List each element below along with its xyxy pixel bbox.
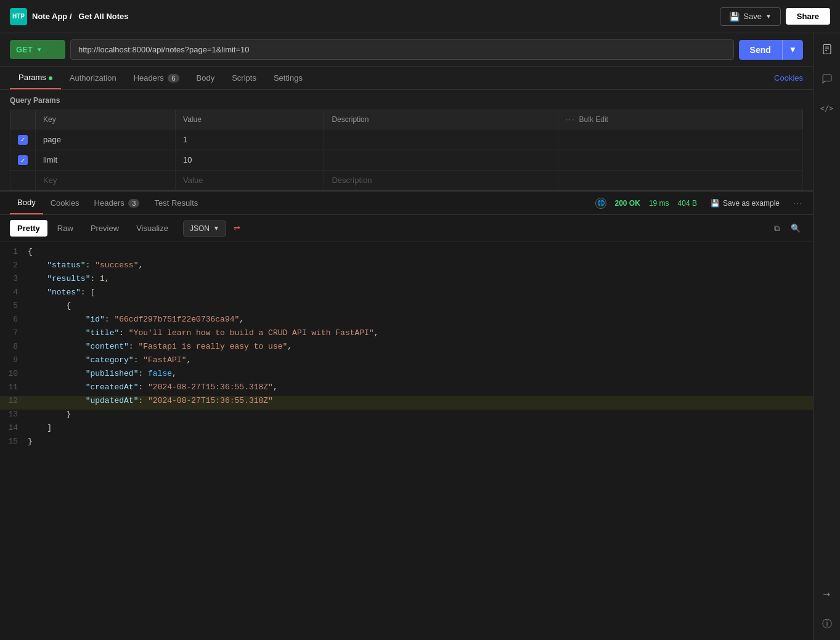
- send-btn-group: Send ▼: [739, 40, 803, 60]
- url-bar: GET ▼ Send ▼: [0, 33, 813, 67]
- request-tabs: Params Authorization Headers 6 Body Scri…: [0, 67, 813, 90]
- method-label: GET: [16, 45, 33, 54]
- fmt-tab-preview[interactable]: Preview: [83, 220, 126, 237]
- save-button[interactable]: 💾 Save ▼: [720, 7, 781, 26]
- row2-key[interactable]: limit: [36, 150, 176, 171]
- query-params-section: Query Params Key Value Description ··· B…: [0, 90, 813, 190]
- code-line: 15 }: [0, 437, 813, 450]
- response-tabs: Body Cookies Headers 3 Test Results 🌐 20…: [0, 192, 813, 215]
- format-tabs: Pretty Raw Preview Visualize JSON ▼ ⇌ ⧉ …: [0, 215, 813, 242]
- save-label: Save: [743, 12, 762, 21]
- main-content: GET ▼ Send ▼ Params Authorization Header…: [0, 33, 840, 640]
- svg-rect-0: [823, 45, 831, 54]
- placeholder-actions: [558, 171, 802, 190]
- bulk-dots-icon: ···: [566, 115, 576, 124]
- placeholder-key[interactable]: Key: [36, 171, 176, 190]
- row2-value[interactable]: 10: [176, 150, 324, 171]
- save-example-button[interactable]: 💾 Save as example: [706, 196, 785, 210]
- document-icon[interactable]: [817, 39, 837, 59]
- tab-scripts[interactable]: Scripts: [223, 67, 265, 89]
- breadcrumb-title: Get All Notes: [78, 12, 128, 21]
- top-bar-right: 💾 Save ▼ Share: [720, 7, 830, 26]
- fmt-tab-pretty[interactable]: Pretty: [10, 220, 47, 237]
- code-line: 3 "results": 1,: [0, 274, 813, 288]
- fmt-tab-visualize[interactable]: Visualize: [129, 220, 176, 237]
- cookies-link[interactable]: Cookies: [774, 73, 803, 83]
- row2-checkbox-cell: ✓: [10, 150, 36, 171]
- format-select[interactable]: JSON ▼: [183, 221, 226, 237]
- fmt-tab-raw[interactable]: Raw: [50, 220, 81, 237]
- code-line: 8 "content": "Fastapi is really easy to …: [0, 342, 813, 355]
- resp-headers-badge: 3: [128, 199, 139, 208]
- save-caret-icon: ▼: [765, 13, 772, 20]
- table-row-placeholder: Key Value Description: [10, 171, 803, 190]
- share-button[interactable]: Share: [786, 8, 830, 25]
- row1-key[interactable]: page: [36, 129, 176, 150]
- code-line: 1 {: [0, 247, 813, 261]
- fmt-actions: ⧉ 🔍: [772, 221, 803, 236]
- row2-checkbox[interactable]: ✓: [18, 155, 28, 165]
- code-line: 2 "status": "success",: [0, 261, 813, 274]
- tab-params[interactable]: Params: [10, 67, 61, 89]
- placeholder-value[interactable]: Value: [176, 171, 324, 190]
- globe-icon: 🌐: [595, 198, 606, 209]
- bulk-edit-label[interactable]: Bulk Edit: [579, 115, 608, 124]
- col-description: Description: [324, 110, 558, 129]
- headers-badge: 6: [168, 74, 179, 83]
- filter-icon[interactable]: ⇌: [234, 224, 240, 233]
- query-params-title: Query Params: [10, 96, 803, 105]
- row1-actions: [558, 129, 802, 150]
- method-select[interactable]: GET ▼: [10, 40, 65, 59]
- row2-actions: [558, 150, 802, 171]
- tab-settings[interactable]: Settings: [265, 67, 311, 89]
- tab-body[interactable]: Body: [188, 67, 224, 89]
- resp-more-button[interactable]: ···: [793, 199, 803, 208]
- app-icon: HTP: [10, 8, 27, 25]
- expand-icon[interactable]: ↗: [813, 580, 840, 608]
- save-icon: 💾: [729, 12, 740, 22]
- resp-tab-test-results[interactable]: Test Results: [147, 192, 205, 214]
- chat-icon[interactable]: [817, 69, 837, 89]
- top-bar-left: HTP Note App / Get All Notes: [10, 8, 720, 25]
- row1-checkbox-cell: ✓: [10, 129, 36, 150]
- code-viewer: 1 { 2 "status": "success", 3 "results": …: [0, 242, 813, 640]
- row1-checkbox[interactable]: ✓: [18, 135, 28, 145]
- request-panel: GET ▼ Send ▼ Params Authorization Header…: [0, 33, 813, 640]
- status-size: 404 B: [678, 199, 697, 208]
- row1-value[interactable]: 1: [176, 129, 324, 150]
- code-icon[interactable]: </>: [817, 99, 837, 118]
- table-row: ✓ page 1: [10, 129, 803, 150]
- code-line-highlighted: 12 "updatedAt": "2024-08-27T15:36:55.318…: [0, 396, 813, 410]
- col-checkbox: [10, 110, 36, 129]
- code-line: 10 "published": false,: [0, 369, 813, 383]
- resp-tab-cookies[interactable]: Cookies: [43, 192, 87, 214]
- tab-authorization[interactable]: Authorization: [61, 67, 125, 89]
- response-section: Body Cookies Headers 3 Test Results 🌐 20…: [0, 190, 813, 640]
- save-example-label: Save as example: [723, 199, 780, 208]
- save-example-icon: 💾: [711, 199, 720, 208]
- resp-tab-headers[interactable]: Headers 3: [87, 192, 147, 214]
- format-select-label: JSON: [190, 224, 210, 233]
- placeholder-checkbox: [10, 171, 36, 190]
- code-line: 9 "category": "FastAPI",: [0, 355, 813, 369]
- copy-icon[interactable]: ⧉: [772, 221, 782, 236]
- col-key: Key: [36, 110, 176, 129]
- resp-tab-body[interactable]: Body: [10, 192, 43, 214]
- row2-desc[interactable]: [324, 150, 558, 171]
- table-row: ✓ limit 10: [10, 150, 803, 171]
- send-button[interactable]: Send: [739, 40, 782, 60]
- search-icon[interactable]: 🔍: [788, 221, 803, 236]
- code-line: 4 "notes": [: [0, 288, 813, 301]
- breadcrumb: Note App / Get All Notes: [32, 12, 129, 21]
- url-input[interactable]: [70, 39, 734, 60]
- col-bulk: ··· Bulk Edit: [558, 110, 802, 129]
- row1-desc[interactable]: [324, 129, 558, 150]
- breadcrumb-prefix: Note App /: [32, 12, 72, 21]
- params-dot: [49, 76, 52, 80]
- code-line: 6 "id": "66cdf297b751f22e0736ca94",: [0, 315, 813, 328]
- code-line: 5 {: [0, 301, 813, 315]
- tab-headers[interactable]: Headers 6: [125, 67, 188, 89]
- placeholder-desc[interactable]: Description: [324, 171, 558, 190]
- info-icon[interactable]: ⓘ: [817, 614, 837, 634]
- send-caret-button[interactable]: ▼: [782, 40, 803, 60]
